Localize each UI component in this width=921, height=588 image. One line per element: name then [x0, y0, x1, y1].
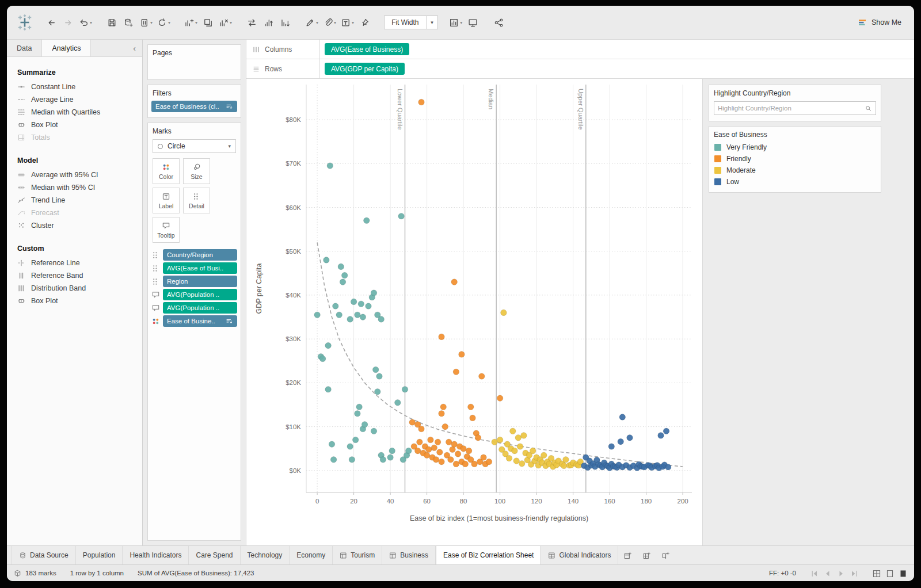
chart-view-button[interactable]: ▾ [447, 15, 464, 30]
pill-ease-of-business-cl[interactable]: Ease of Business (cl.. [151, 101, 237, 112]
data-point[interactable] [446, 439, 452, 445]
data-point[interactable] [398, 213, 405, 219]
data-point[interactable] [378, 316, 385, 323]
data-point[interactable] [512, 448, 518, 454]
data-point[interactable] [515, 434, 522, 441]
analytics-item-box-plot[interactable]: Box Plot [7, 295, 142, 307]
data-point[interactable] [358, 301, 364, 307]
data-point[interactable] [376, 373, 383, 380]
filled-view-button[interactable] [899, 569, 907, 578]
data-point[interactable] [431, 445, 437, 451]
data-point[interactable] [627, 434, 633, 441]
analytics-item-median-with-quartiles[interactable]: Median with Quartiles [7, 106, 142, 119]
pill-avg-gdp-per-capita[interactable]: AVG(GDP per Capita) [325, 63, 405, 75]
data-point[interactable] [355, 411, 361, 417]
data-point[interactable] [361, 422, 368, 428]
data-point[interactable] [325, 342, 332, 349]
analytics-item-box-plot[interactable]: Box Plot [7, 119, 142, 131]
pill-ease-of-busine[interactable]: Ease of Busine.. [163, 315, 237, 327]
page-view-button[interactable] [885, 569, 894, 578]
columns-shelf[interactable]: Columns AVG(Ease of Business) [246, 40, 914, 59]
scatter-chart[interactable]: 020406080100120140160180200$0K$10K$20K$3… [246, 79, 702, 545]
data-point[interactable] [360, 314, 366, 320]
pill-avg-ease-of-business[interactable]: AVG(Ease of Business) [325, 43, 409, 55]
data-point[interactable] [347, 316, 353, 323]
legend-item-low[interactable]: Low [714, 178, 876, 186]
data-point[interactable] [608, 444, 615, 450]
data-point[interactable] [340, 279, 346, 285]
data-point[interactable] [347, 444, 353, 450]
tooltip-button[interactable]: Tooltip [153, 217, 180, 243]
data-point[interactable] [341, 272, 348, 278]
data-point[interactable] [618, 438, 624, 445]
data-point[interactable] [497, 395, 503, 402]
label-button[interactable]: ▾ [339, 15, 356, 30]
data-point[interactable] [336, 312, 342, 318]
data-point[interactable] [389, 448, 395, 454]
size-button[interactable]: Size [183, 158, 210, 184]
analytics-item-average-line[interactable]: Average Line [7, 93, 142, 106]
back-button[interactable] [44, 15, 59, 30]
data-point[interactable] [479, 373, 485, 380]
analytics-item-constant-line[interactable]: Constant Line [7, 81, 142, 93]
pill-avg-population[interactable]: AVG(Population .. [163, 289, 237, 300]
refresh-button[interactable]: ▾ [155, 15, 172, 30]
data-point[interactable] [406, 448, 412, 454]
tab-analytics[interactable]: Analytics [41, 40, 91, 56]
data-point[interactable] [541, 452, 547, 459]
data-point[interactable] [517, 444, 523, 450]
analytics-item-average-with-95-ci[interactable]: Average with 95% CI [7, 169, 142, 181]
data-point[interactable] [324, 257, 330, 264]
data-point[interactable] [466, 448, 472, 454]
highlight-search[interactable] [714, 101, 876, 115]
data-point[interactable] [437, 449, 443, 456]
data-point[interactable] [561, 463, 567, 469]
analytics-item-reference-band[interactable]: Reference Band [7, 269, 142, 282]
filters-card[interactable]: Filters Ease of Business (cl.. [147, 85, 241, 118]
data-point[interactable] [366, 303, 372, 310]
data-point[interactable] [356, 404, 363, 410]
data-point[interactable] [459, 352, 465, 358]
data-point[interactable] [371, 428, 377, 434]
presentation-button[interactable] [465, 15, 481, 30]
pill-avg-population[interactable]: AVG(Population .. [163, 302, 237, 314]
fit-width-select[interactable]: Fit Width ▾ [384, 16, 438, 29]
mark-type-select[interactable]: Circle ▾ [153, 139, 236, 153]
data-point[interactable] [355, 312, 361, 318]
save-button[interactable] [104, 15, 120, 30]
data-point[interactable] [319, 356, 326, 362]
tab-data[interactable]: Data [7, 40, 41, 56]
data-point[interactable] [414, 448, 421, 454]
skip-end-button[interactable] [850, 569, 858, 578]
data-point[interactable] [387, 455, 394, 461]
share-button[interactable] [491, 15, 507, 30]
analytics-item-cluster[interactable]: Cluster [7, 219, 142, 232]
data-point[interactable] [663, 428, 669, 434]
data-point[interactable] [425, 446, 432, 453]
data-point[interactable] [327, 163, 333, 169]
data-point[interactable] [486, 459, 492, 465]
data-point[interactable] [658, 433, 664, 439]
data-point[interactable] [453, 461, 459, 467]
new-worksheet-tab-button[interactable] [618, 546, 637, 564]
data-point[interactable] [417, 439, 423, 445]
data-point[interactable] [497, 437, 503, 443]
legend-item-friendly[interactable]: Friendly [714, 155, 876, 163]
tableau-logo-icon[interactable] [16, 14, 33, 31]
add-datasource-button[interactable] [121, 15, 136, 30]
data-point[interactable] [352, 437, 359, 443]
pill-country-region[interactable]: Country/Region [163, 249, 237, 261]
data-point[interactable] [371, 290, 377, 296]
grid-view-button[interactable] [872, 569, 881, 578]
data-point[interactable] [424, 452, 430, 459]
legend-item-moderate[interactable]: Moderate [714, 166, 876, 174]
data-point[interactable] [351, 299, 357, 305]
sheet-tab-economy[interactable]: Economy [290, 546, 333, 564]
legend-item-very-friendly[interactable]: Very Friendly [714, 143, 876, 151]
detail-button[interactable]: Detail [183, 188, 210, 213]
data-point[interactable] [501, 310, 507, 316]
data-point[interactable] [563, 457, 569, 463]
undo-button[interactable]: ▾ [77, 15, 94, 30]
pin-button[interactable] [357, 15, 372, 30]
data-point[interactable] [435, 439, 441, 445]
